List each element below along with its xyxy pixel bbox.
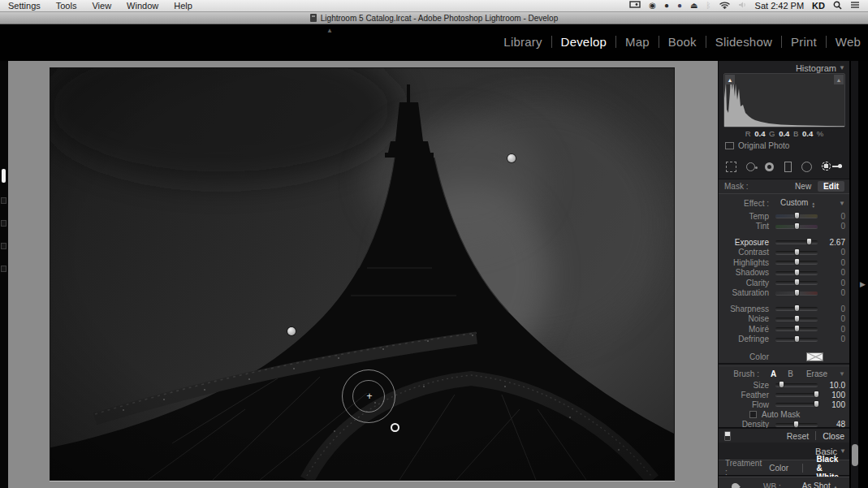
slider-knob[interactable]	[806, 238, 812, 245]
right-panel-collapse-icon[interactable]: ▶	[860, 280, 866, 288]
wb-dropdown[interactable]: As Shot▲▼	[802, 482, 838, 488]
graduated-filter-tool-icon[interactable]	[784, 162, 792, 172]
slider-track[interactable]	[775, 307, 818, 310]
slider-track[interactable]	[775, 423, 818, 426]
globe-icon[interactable]: ●	[664, 2, 669, 10]
module-library[interactable]: Library	[503, 35, 542, 49]
histogram-header[interactable]: Histogram ▼	[719, 61, 849, 73]
slider-knob[interactable]	[794, 325, 800, 332]
slider-track[interactable]	[775, 292, 818, 295]
slider-knob[interactable]	[814, 391, 819, 398]
clock[interactable]: Sat 2:42 PM	[755, 1, 805, 11]
panel-switch-icon[interactable]	[724, 431, 731, 441]
volume-icon[interactable]	[738, 1, 747, 11]
photo-eiffel-tower[interactable]: +	[50, 67, 675, 481]
module-print[interactable]: Print	[791, 35, 817, 49]
brush-b-button[interactable]: B	[788, 369, 793, 378]
slider-track[interactable]	[775, 281, 818, 284]
shadow-clipping-icon[interactable]: ▲	[725, 75, 735, 84]
slider-track[interactable]	[775, 225, 818, 228]
slider-sharpness: Sharpness 0	[722, 304, 845, 314]
radial-filter-tool-icon[interactable]	[801, 162, 812, 172]
b-label: B	[793, 129, 798, 138]
bluetooth-icon[interactable]: ᛒ	[706, 2, 711, 10]
close-button[interactable]: Close	[823, 431, 844, 441]
slider-knob[interactable]	[794, 248, 800, 256]
chevron-down-icon[interactable]: ▼	[839, 370, 845, 378]
adjustment-brush-tool-icon[interactable]	[822, 160, 843, 173]
module-slideshow[interactable]: Slideshow	[715, 35, 772, 49]
slider-track[interactable]	[775, 393, 818, 396]
eject-icon[interactable]: ⏏	[690, 2, 697, 10]
slider-track[interactable]	[775, 251, 818, 254]
auto-mask-checkbox[interactable]	[749, 411, 757, 418]
module-web[interactable]: Web	[836, 35, 861, 49]
slider-knob[interactable]	[794, 289, 800, 296]
slider-knob[interactable]	[814, 400, 819, 408]
menu-settings[interactable]: Settings	[8, 1, 41, 11]
treatment-color-button[interactable]: Color	[769, 464, 788, 473]
menu-view[interactable]: View	[92, 1, 111, 11]
window-title-bar[interactable]: Lightroom 5 Catalog.lrcat - Adobe Photos…	[0, 12, 868, 24]
search-icon[interactable]	[833, 1, 842, 11]
slider-track[interactable]	[775, 317, 818, 321]
original-photo-row[interactable]: Original Photo	[725, 141, 789, 150]
slider-value: 100	[823, 400, 845, 409]
spot-removal-tool-icon[interactable]	[746, 162, 755, 171]
menu-tools[interactable]: Tools	[56, 1, 77, 11]
auto-mask-row[interactable]: Auto Mask	[722, 410, 845, 420]
slider-knob[interactable]	[794, 304, 800, 312]
cloud-app-icon[interactable]: ●	[677, 2, 682, 10]
effect-preset-dropdown[interactable]: Custom▲▼	[780, 198, 815, 209]
menu-window[interactable]: Window	[127, 1, 158, 11]
slider-label: Highlights	[722, 258, 769, 267]
user-menu[interactable]: KD	[812, 1, 825, 11]
brush-a-button[interactable]: A	[771, 369, 776, 378]
adjustment-pin[interactable]	[287, 327, 296, 335]
chevron-down-icon[interactable]: ▼	[839, 64, 845, 71]
crop-tool-icon[interactable]	[726, 162, 736, 172]
slider-knob[interactable]	[779, 381, 784, 388]
chevron-down-icon[interactable]: ▼	[839, 200, 845, 207]
slider-track[interactable]	[775, 327, 818, 330]
top-panel-collapse-icon[interactable]: ▲	[326, 27, 333, 34]
slider-knob[interactable]	[794, 269, 800, 276]
slider-track[interactable]	[775, 214, 818, 218]
highlight-clipping-icon[interactable]: ▲	[834, 75, 844, 84]
notification-list-icon[interactable]	[850, 1, 860, 11]
slider-knob[interactable]	[794, 212, 800, 219]
panel-scrollbar[interactable]	[850, 61, 858, 488]
histogram-panel[interactable]: ▲ ▲	[723, 73, 845, 127]
slider-track[interactable]	[775, 261, 818, 264]
r-label: R	[745, 129, 751, 138]
slider-knob[interactable]	[794, 258, 800, 266]
adjustment-pin[interactable]	[507, 154, 516, 162]
brush-erase-button[interactable]: Erase	[806, 369, 827, 378]
slider-track[interactable]	[775, 240, 818, 244]
wifi-icon[interactable]	[719, 1, 730, 11]
wb-eyedropper-icon[interactable]	[730, 482, 741, 488]
red-eye-tool-icon[interactable]	[765, 162, 774, 171]
slider-track[interactable]	[775, 383, 818, 387]
slider-knob[interactable]	[794, 279, 800, 286]
module-develop[interactable]: Develop	[561, 35, 607, 49]
mask-edit-button[interactable]: Edit	[818, 181, 844, 192]
module-book[interactable]: Book	[668, 35, 697, 49]
menu-help[interactable]: Help	[174, 1, 192, 11]
module-map[interactable]: Map	[625, 35, 650, 49]
display-icon[interactable]	[629, 1, 641, 11]
slider-knob[interactable]	[793, 421, 799, 428]
slider-track[interactable]	[775, 271, 818, 274]
slider-value: 2.67	[823, 238, 845, 247]
slider-track[interactable]	[775, 403, 818, 406]
color-swatch[interactable]	[806, 352, 823, 361]
reset-button[interactable]: Reset	[787, 431, 809, 441]
slider-knob[interactable]	[794, 222, 800, 230]
rgb-readout: R 0.4 G 0.4 B 0.4 %	[719, 129, 849, 138]
slider-track[interactable]	[775, 338, 818, 341]
slider-knob[interactable]	[794, 315, 800, 322]
mask-new-button[interactable]: New	[795, 182, 811, 191]
swirl-icon[interactable]: ◉	[649, 2, 656, 10]
panel-scrollbar-thumb[interactable]	[852, 444, 858, 466]
slider-knob[interactable]	[794, 335, 800, 343]
